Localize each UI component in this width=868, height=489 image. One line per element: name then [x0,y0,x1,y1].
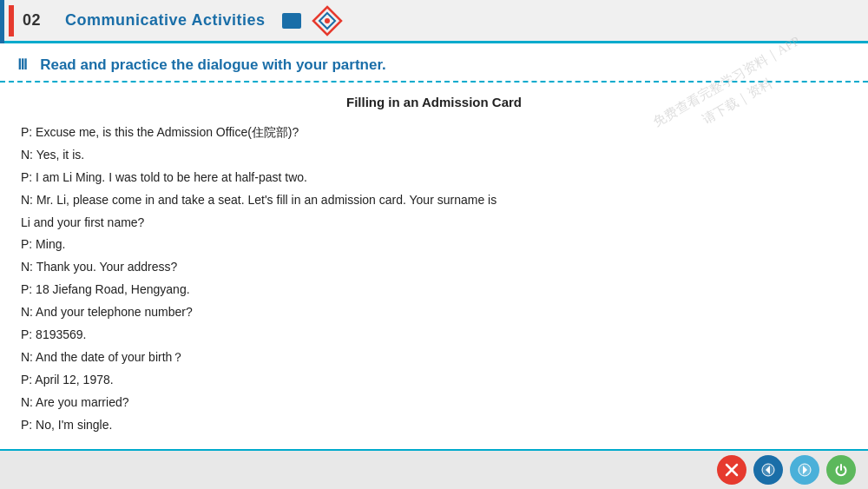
content-area: Filling in an Admission Card P: Excuse m… [0,83,868,445]
header-bar: 02 Communicative Activities [0,0,868,43]
header-accent [9,5,14,36]
dialogue-line: P: No, I'm single. [17,414,851,437]
header-title-text: Communicative Activities [65,11,265,29]
dialogue-line: P: Excuse me, is this the Admission Offi… [17,122,851,144]
dialogue-lines: P: Excuse me, is this the Admission Offi… [17,122,851,436]
back-button[interactable] [753,455,783,485]
bottom-toolbar [0,449,868,489]
dialogue-line: Li and your first name? [17,212,851,235]
header-title: 02 Communicative Activities [23,11,265,30]
dialogue-line: N: Thank you. Your address? [17,256,851,279]
dialogue-line: P: 18 Jiefang Road, Hengyang. [17,279,851,301]
header-number: 02 [23,11,41,29]
dialogue-title: Filling in an Admission Card [17,95,851,109]
left-accent [0,0,4,43]
dialogue-line: N: Yes, it is. [17,144,851,167]
section-instruction: Read and practice the dialogue with your… [40,56,386,73]
dialogue-line: N: Are you married? [17,392,851,414]
diamond-icon [310,3,345,38]
header-controls [282,3,345,38]
close-button[interactable] [717,455,746,485]
dialogue-line: P: 8193569. [17,324,851,347]
dialogue-line: P: Ming. [17,234,851,256]
header-blue-rect [282,13,301,29]
dialogue-line: N: Mr. Li, please come in and take a sea… [17,189,851,212]
dialogue-line: N: And the date of your birth？ [17,347,851,369]
section-heading: Ⅲ Read and practice the dialogue with yo… [0,43,868,83]
dialogue-line: P: April 12, 1978. [17,369,851,392]
roman-numeral: Ⅲ [17,56,28,73]
svg-point-2 [325,18,330,23]
section-heading-text: Ⅲ Read and practice the dialogue with yo… [17,56,386,73]
power-button[interactable] [826,455,856,485]
forward-button[interactable] [790,455,819,485]
dialogue-line: P: I am Li Ming. I was told to be here a… [17,167,851,189]
dialogue-line: N: And your telephone number? [17,301,851,324]
